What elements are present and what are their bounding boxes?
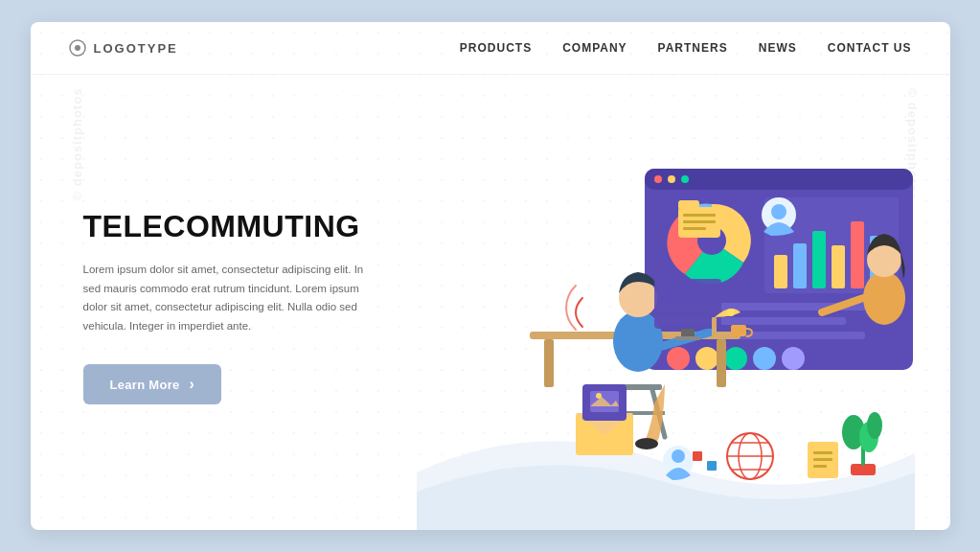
svg-rect-41: [675, 336, 700, 340]
svg-point-6: [681, 175, 689, 183]
arrow-icon: ›: [190, 376, 195, 393]
learn-more-label: Learn More: [110, 378, 180, 392]
hero-description: Lorem ipsum dolor sit amet, consectetur …: [83, 261, 371, 335]
svg-point-5: [668, 175, 675, 183]
hero-title: TELECOMMUTING: [83, 210, 378, 243]
svg-rect-49: [683, 227, 706, 230]
left-panel: TELECOMMUTING Lorem ipsum dolor sit amet…: [31, 75, 417, 530]
svg-rect-10: [774, 255, 787, 288]
svg-point-20: [695, 347, 718, 370]
learn-more-button[interactable]: Learn More ›: [83, 364, 222, 404]
nav-products[interactable]: PRODUCTS: [460, 41, 532, 55]
svg-point-56: [596, 393, 602, 399]
svg-point-24: [863, 271, 905, 325]
svg-point-43: [727, 309, 735, 316]
svg-rect-28: [544, 339, 554, 387]
logo-text: LOGOTYPE: [94, 41, 178, 56]
svg-point-1: [75, 45, 80, 51]
logo-area: LOGOTYPE: [69, 39, 178, 57]
svg-rect-47: [683, 214, 716, 217]
svg-rect-48: [683, 220, 716, 223]
right-panel: [417, 75, 950, 530]
svg-point-51: [771, 204, 786, 219]
main-illustration: [434, 111, 932, 494]
nav-news[interactable]: NEWS: [759, 41, 797, 55]
svg-point-19: [667, 347, 690, 370]
svg-point-23: [782, 347, 805, 370]
svg-point-22: [753, 347, 776, 370]
main-content: TELECOMMUTING Lorem ipsum dolor sit amet…: [31, 75, 950, 530]
svg-rect-13: [832, 245, 845, 288]
nav-company[interactable]: COMPANY: [562, 41, 627, 55]
nav: PRODUCTS COMPANY PARTNERS NEWS CONTACT U…: [460, 41, 912, 55]
svg-rect-73: [693, 451, 702, 461]
svg-rect-67: [813, 465, 827, 468]
page-wrapper: © depositphotos © depositphotos LOGOTYPE…: [31, 22, 950, 530]
svg-point-63: [672, 449, 685, 463]
svg-point-35: [635, 438, 658, 449]
svg-rect-11: [793, 243, 807, 288]
svg-rect-44: [731, 325, 746, 336]
logo-icon: [69, 39, 86, 57]
svg-rect-42: [712, 317, 717, 336]
svg-rect-29: [717, 339, 726, 387]
svg-point-4: [654, 175, 662, 183]
svg-rect-46: [678, 200, 699, 210]
svg-rect-12: [812, 231, 826, 288]
svg-rect-65: [813, 451, 832, 454]
svg-rect-66: [813, 458, 832, 461]
nav-partners[interactable]: PARTNERS: [658, 41, 728, 55]
svg-rect-40: [681, 329, 695, 336]
svg-rect-74: [707, 461, 717, 471]
svg-point-72: [867, 412, 882, 439]
svg-rect-14: [851, 221, 864, 288]
svg-point-21: [724, 347, 747, 370]
nav-contact[interactable]: CONTACT US: [828, 41, 912, 55]
svg-rect-39: [654, 279, 721, 329]
header: LOGOTYPE PRODUCTS COMPANY PARTNERS NEWS …: [31, 22, 950, 75]
